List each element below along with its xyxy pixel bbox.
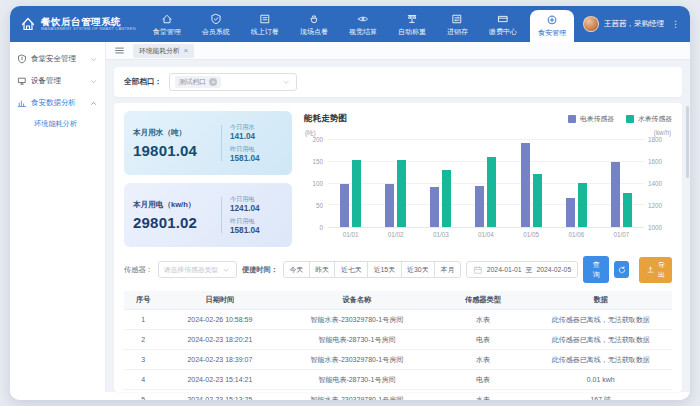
bar-水表传感器	[352, 160, 361, 227]
power-today-label: 今日用电	[230, 195, 260, 204]
online-order-icon	[259, 13, 271, 25]
close-icon[interactable]: ×	[184, 46, 188, 55]
quick-date-button[interactable]: 本月	[434, 261, 461, 278]
table-cell: 智能水表-230329780-1号房间	[277, 350, 436, 370]
bar-group	[599, 140, 644, 227]
table-cell: 0.01 kwh	[530, 370, 673, 390]
table-cell: 智能电表-28730-1号房间	[277, 370, 436, 390]
bar-group	[509, 140, 554, 227]
power-yesterday-label: 昨日用电	[230, 217, 260, 226]
scrollbar-thumb[interactable]	[686, 106, 689, 178]
table-cell: 1	[124, 310, 162, 330]
axis-tick: 200	[312, 136, 323, 143]
quick-date-button[interactable]: 昨天	[309, 261, 336, 278]
refresh-button[interactable]	[614, 261, 629, 278]
chevron-down-icon	[89, 55, 98, 64]
legend-item[interactable]: 水表传感器	[626, 114, 672, 124]
sidebar-item[interactable]: 食安数据分析	[10, 92, 105, 114]
date-separator: 至	[526, 265, 533, 275]
x-axis-label: 01/04	[463, 231, 508, 238]
nav-item-dine-in[interactable]: 现场点餐	[292, 6, 336, 42]
nav-item-inventory[interactable]: 进销存	[439, 6, 476, 42]
nav-item-label: 视觉结算	[349, 27, 377, 37]
nav-item-payment[interactable]: 缴费中心	[481, 6, 525, 42]
date-range-picker[interactable]: 2024-01-01 至 2024-02-05	[466, 261, 578, 278]
table-header-cell: 日期时间	[162, 291, 277, 310]
table-cell: 2024-02-23 15:13:25	[162, 390, 277, 401]
table-cell: 2024-02-23 18:39:07	[162, 350, 277, 370]
water-stat-card: 本月用水（吨） 19801.04 今日用水 141.04 昨日用电	[124, 111, 292, 175]
nav-item-label: 线上订餐	[251, 27, 279, 37]
collapse-sidebar-icon[interactable]	[114, 45, 125, 56]
legend-item[interactable]: 电表传感器	[568, 114, 614, 124]
nav-item-auto-weigh[interactable]: 自动称重	[390, 6, 434, 42]
quick-date-group: 今天昨天近七天近15天近30天本月	[283, 261, 461, 278]
sensor-data-table: 序号日期时间设备名称传感器类型数据 12024-02-26 10:58:59智能…	[124, 291, 672, 400]
main-area: 环境能耗分析 × 全部档口： 测试档口 ×	[106, 42, 690, 392]
export-button[interactable]: 导出	[639, 257, 672, 283]
nav-item-canteen[interactable]: 食堂管理	[145, 6, 189, 42]
sensor-select[interactable]: 请选择传感器类型	[158, 261, 237, 278]
table-cell: 3	[124, 350, 162, 370]
user-menu[interactable]: 王茜茜，采购经理 ⋮	[583, 6, 682, 42]
table-header-cell: 数据	[530, 291, 673, 310]
tab-strip: 环境能耗分析 ×	[106, 42, 690, 60]
stall-tag-label: 测试档口	[179, 77, 206, 87]
tag-close-icon[interactable]: ×	[209, 78, 217, 86]
table-cell: 此传感器已离线，无法获取数据	[530, 330, 673, 350]
nav-item-vision-checkout[interactable]: 视觉结算	[341, 6, 385, 42]
divider	[221, 125, 222, 161]
table-row: 32024-02-23 18:39:07智能水表-230329780-1号房间水…	[124, 350, 672, 370]
bar-group	[373, 140, 418, 227]
app-logo: 餐饮后台管理系统 MANAGEMENT SYSTEM OF SMART CANT…	[20, 6, 136, 42]
top-header: 餐饮后台管理系统 MANAGEMENT SYSTEM OF SMART CANT…	[10, 6, 690, 42]
quick-date-button[interactable]: 今天	[283, 261, 310, 278]
quick-date-button[interactable]: 近30天	[401, 261, 435, 278]
axis-tick: 1000	[648, 224, 662, 231]
x-axis-label: 01/06	[554, 231, 599, 238]
avatar	[583, 16, 599, 32]
vision-checkout-icon	[357, 13, 369, 25]
power-today-value: 1241.04	[230, 204, 260, 213]
nav-item-label: 自动称重	[398, 27, 426, 37]
quick-time-label: 便捷时间：	[242, 265, 278, 275]
quick-date-button[interactable]: 近15天	[367, 261, 401, 278]
bar-电表传感器	[475, 186, 484, 227]
bar-电表传感器	[385, 184, 394, 228]
nav-item-member[interactable]: 会员系统	[194, 6, 238, 42]
sidebar-subitem[interactable]: 环境能耗分析	[10, 114, 105, 134]
sensor-placeholder: 请选择传感器类型	[164, 265, 218, 275]
nav-item-online-order[interactable]: 线上订餐	[243, 6, 287, 42]
user-name: 王茜茜，采购经理	[604, 19, 664, 29]
kebab-menu-icon[interactable]: ⋮	[669, 19, 682, 29]
bar-水表传感器	[533, 174, 542, 227]
table-cell: 167 吨	[530, 390, 673, 401]
sidebar-item-label: 设备管理	[31, 76, 61, 86]
table-cell: 水表	[436, 350, 529, 370]
divider	[221, 197, 222, 233]
sidebar-item[interactable]: 食堂安全管理	[10, 48, 105, 70]
tab-env-energy-analysis[interactable]: 环境能耗分析 ×	[133, 44, 194, 58]
nav-item-label: 缴费中心	[489, 27, 517, 37]
axis-tick: 0	[319, 224, 323, 231]
sidebar-item[interactable]: 设备管理	[10, 70, 105, 92]
axis-tick: 1800	[648, 136, 662, 143]
table-row: 12024-02-26 10:58:59智能水表-230329780-1号房间水…	[124, 310, 672, 330]
chart-legend: 电表传感器水表传感器	[568, 114, 672, 124]
bar-group	[554, 140, 599, 227]
table-cell: 2024-02-23 15:14:21	[162, 370, 277, 390]
quick-date-button[interactable]: 近七天	[334, 261, 368, 278]
chevron-down-icon	[281, 77, 291, 87]
food-safety-icon	[546, 14, 558, 26]
x-axis-label: 01/05	[509, 231, 554, 238]
member-icon	[210, 13, 222, 25]
stall-select[interactable]: 测试档口 ×	[169, 73, 297, 91]
nav-item-food-safety[interactable]: 食安管理	[530, 10, 574, 42]
bar-水表传感器	[442, 170, 451, 227]
dine-in-icon	[308, 13, 320, 25]
axis-tick: 1400	[648, 180, 662, 187]
sidebar-item-label: 食堂安全管理	[31, 54, 76, 64]
export-label: 导出	[658, 260, 665, 280]
tab-label: 环境能耗分析	[139, 46, 180, 56]
query-button[interactable]: 查询	[583, 256, 609, 283]
